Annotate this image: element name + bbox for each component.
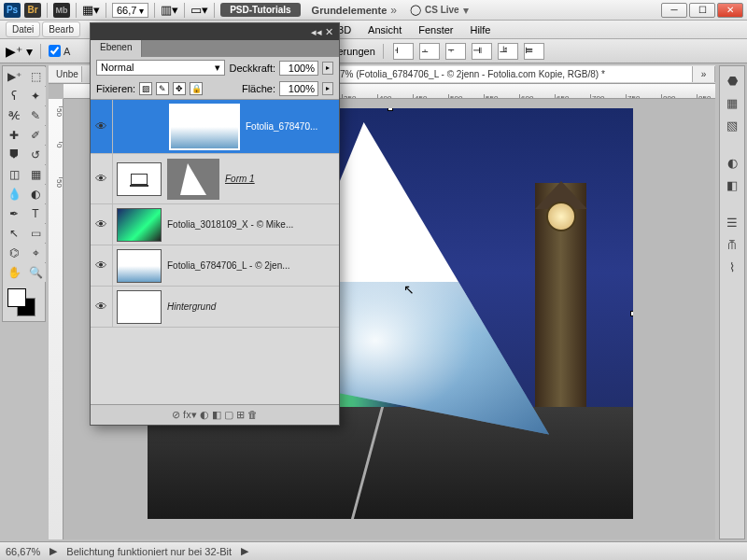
path-select-icon[interactable]: ↖ [4, 224, 24, 243]
doc-tab-2[interactable]: 7% (Fotolia_6784706_L - © 2jenn - Fotoli… [332, 66, 693, 82]
opacity-input[interactable]: 100% [279, 61, 318, 76]
transform-handle[interactable] [388, 108, 393, 111]
vector-mask-thumb[interactable] [167, 159, 219, 200]
minimize-button[interactable]: ─ [661, 3, 687, 18]
channels-panel-icon[interactable]: ⫚ [724, 236, 740, 253]
fill-label: Fläche: [242, 83, 275, 94]
zoom-tool-icon[interactable]: 🔍 [25, 263, 46, 282]
opacity-label: Deckkraft: [229, 63, 275, 74]
align-buttons[interactable]: ⫞⫠⫟ ⫣⫡⫢ [391, 43, 546, 60]
psd-tutorials-button[interactable]: PSD-Tutorials [220, 3, 300, 17]
layer-item[interactable]: 👁 Fotolia_678470... [91, 100, 339, 154]
doc-tab-1[interactable]: Unbe [49, 66, 82, 82]
toolbox: ▶⁺⬚ ʕ✦ ℀✎ ✚✐ ⛊↺ ◫▦ 💧◐ ✒T ↖▭ ⌬⌖ ✋🔍 [2, 65, 46, 322]
arrange-icon[interactable]: ▭▾ [190, 3, 208, 17]
bridge-icon[interactable]: Br [24, 3, 41, 18]
status-zoom[interactable]: 66,67% [6, 546, 40, 557]
lock-position-icon[interactable]: ✥ [173, 82, 186, 95]
hand-tool-icon[interactable]: ✋ [4, 263, 24, 282]
color-panel-icon[interactable]: ⬣ [724, 72, 740, 89]
app-titlebar: Ps Br Mb ▦▾ 66,7 ▾ ▥▾ ▭▾ PSD-Tutorials G… [0, 0, 747, 21]
layer-item[interactable]: 👁 Fotolia_3018109_X - © Mike... [91, 204, 339, 245]
menu-bearbeiten[interactable]: Bearb [42, 21, 80, 37]
type-tool-icon[interactable]: T [25, 204, 46, 223]
history-brush-icon[interactable]: ↺ [25, 146, 46, 164]
visibility-icon[interactable]: 👁 [91, 204, 113, 245]
vector-fill-thumb[interactable] [117, 162, 162, 196]
workspace-label[interactable]: Grundelemente [312, 5, 388, 16]
menu-ansicht[interactable]: Ansicht [360, 24, 409, 35]
adjust-panel-icon[interactable]: ◐ [724, 154, 740, 171]
visibility-icon[interactable]: 👁 [91, 245, 113, 286]
layers-list: 👁 Fotolia_678470... 👁 Form 1 👁 Fotolia_3… [91, 99, 339, 404]
visibility-icon[interactable]: 👁 [91, 287, 113, 327]
lock-all-icon[interactable]: 🔒 [190, 82, 203, 95]
lock-transparency-icon[interactable]: ▨ [139, 82, 152, 95]
menu-datei[interactable]: Datei [6, 21, 40, 37]
view-extras-icon[interactable]: ▥▾ [161, 3, 178, 17]
gradient-tool-icon[interactable]: ▦ [25, 165, 46, 184]
layers-footer[interactable]: ⊘ fx▾ ◐ ◧ ▢ ⊞ 🗑 [91, 404, 339, 425]
paths-panel-icon[interactable]: ⌇ [724, 259, 740, 275]
ruler-vertical[interactable]: 50050 [49, 99, 63, 539]
transform-handle[interactable] [630, 311, 633, 316]
magic-wand-icon[interactable]: ✦ [25, 87, 46, 105]
bigben-illustration [535, 183, 586, 426]
move-tool-icon[interactable]: ▶⁺ [4, 67, 24, 86]
status-bar: 66,67% ▶ Belichtung funktioniert nur bei… [0, 541, 747, 560]
layer-item[interactable]: 👁 Fotolia_6784706_L - © 2jen... [91, 245, 339, 287]
eyedropper-icon[interactable]: ✎ [25, 106, 46, 125]
doc-tabs-more-icon[interactable]: » [693, 66, 715, 82]
opacity-spinner[interactable]: ▸ [322, 62, 333, 75]
menu-hilfe[interactable]: Hilfe [462, 24, 498, 35]
cslive-button[interactable]: CS Live [425, 5, 459, 15]
3d-tool-icon[interactable]: ⌬ [4, 244, 24, 262]
workspace-more-icon[interactable]: » [390, 4, 397, 17]
right-dock: ⬣ ▦ ▧ ◐ ◧ ☰ ⫚ ⌇ [719, 65, 745, 539]
visibility-icon[interactable]: 👁 [91, 100, 113, 153]
blur-tool-icon[interactable]: 💧 [4, 185, 24, 203]
lock-label: Fixieren: [96, 83, 135, 94]
pen-tool-icon[interactable]: ✒ [4, 204, 24, 223]
lock-pixels-icon[interactable]: ✎ [156, 82, 169, 95]
maximize-button[interactable]: ☐ [689, 3, 715, 18]
3d-cam-icon[interactable]: ⌖ [25, 244, 46, 262]
move-tool-preset-icon[interactable]: ▶⁺ ▾ [6, 44, 33, 59]
fill-spinner[interactable]: ▸ [322, 82, 333, 95]
swatches-panel-icon[interactable]: ▦ [724, 94, 740, 111]
zoom-combo[interactable]: 66,7 ▾ [112, 3, 148, 18]
fill-input[interactable]: 100% [279, 81, 318, 96]
menu-fenster[interactable]: Fenster [411, 24, 460, 35]
visibility-icon[interactable]: 👁 [91, 154, 113, 203]
panel-collapse-icon[interactable]: ◂◂ ✕ [311, 26, 333, 38]
layer-item[interactable]: 👁 Form 1 [91, 154, 339, 204]
marquee-tool-icon[interactable]: ⬚ [25, 67, 46, 86]
status-message: Belichtung funktioniert nur bei 32-Bit [66, 546, 232, 557]
eraser-tool-icon[interactable]: ◫ [4, 165, 24, 184]
screen-mode-icon[interactable]: ▦▾ [82, 3, 100, 17]
shape-tool-icon[interactable]: ▭ [25, 224, 46, 243]
layers-panel-header[interactable]: ◂◂ ✕ [91, 23, 339, 40]
dodge-tool-icon[interactable]: ◐ [25, 185, 46, 203]
layers-tab[interactable]: Ebenen [91, 40, 142, 57]
masks-panel-icon[interactable]: ◧ [724, 176, 740, 193]
layers-panel-icon[interactable]: ☰ [724, 214, 740, 231]
ps-logo-icon: Ps [4, 3, 21, 18]
styles-panel-icon[interactable]: ▧ [724, 117, 740, 133]
minibridge-icon[interactable]: Mb [53, 3, 70, 18]
layers-panel[interactable]: ◂◂ ✕ Ebenen Normal▾ Deckkraft: 100% ▸ Fi… [90, 22, 340, 426]
brush-tool-icon[interactable]: ✐ [25, 126, 46, 145]
crop-tool-icon[interactable]: ℀ [4, 106, 24, 125]
close-button[interactable]: ✕ [717, 3, 743, 18]
heal-tool-icon[interactable]: ✚ [4, 126, 24, 145]
color-swatches[interactable] [4, 287, 46, 320]
blend-mode-combo[interactable]: Normal▾ [96, 60, 225, 76]
stamp-tool-icon[interactable]: ⛊ [4, 146, 24, 164]
layer-item[interactable]: 👁 Hintergrund [91, 287, 339, 328]
auto-select-checkbox[interactable]: A [49, 45, 70, 57]
lasso-tool-icon[interactable]: ʕ [4, 87, 24, 105]
